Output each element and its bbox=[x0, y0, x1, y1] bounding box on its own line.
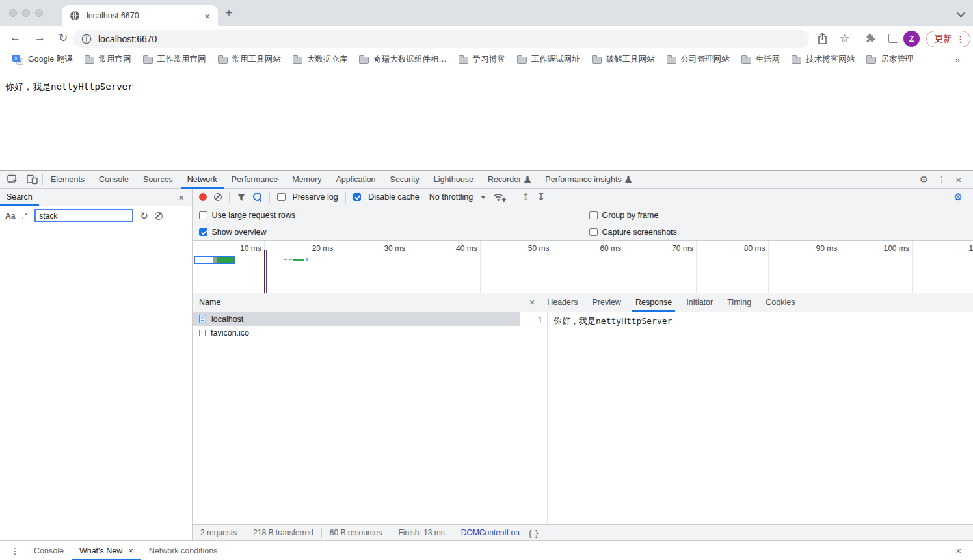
response-content[interactable]: 1 你好，我是nettyHttpServer bbox=[520, 312, 973, 524]
search-input[interactable] bbox=[34, 209, 133, 222]
filter-funnel-icon[interactable] bbox=[237, 193, 246, 202]
search-pane-tab[interactable]: Search bbox=[0, 189, 39, 206]
tab-application[interactable]: Application bbox=[329, 171, 382, 188]
waterfall-bar-localhost[interactable] bbox=[194, 256, 235, 264]
disable-cache-checkbox[interactable] bbox=[353, 193, 362, 202]
new-tab-button[interactable]: + bbox=[225, 5, 233, 21]
address-bar[interactable]: localhost:6670 bbox=[73, 30, 809, 48]
tab-sources[interactable]: Sources bbox=[137, 171, 180, 188]
import-har-icon[interactable]: ↥ bbox=[522, 191, 530, 203]
network-overview-timeline[interactable]: 10 ms 20 ms 30 ms 40 ms 50 ms 60 ms 70 m… bbox=[193, 241, 973, 293]
name-column-header[interactable]: Name bbox=[199, 298, 220, 307]
back-button[interactable]: ← bbox=[10, 31, 21, 44]
throttling-dropdown[interactable]: No throttling bbox=[429, 193, 486, 202]
tab-recorder[interactable]: Recorder bbox=[481, 171, 537, 188]
tab-cookies[interactable]: Cookies bbox=[758, 293, 802, 312]
requests-table-header[interactable]: Name bbox=[193, 293, 520, 312]
request-row-favicon[interactable]: favicon.ico bbox=[193, 326, 520, 340]
tab-elements[interactable]: Elements bbox=[44, 171, 91, 188]
bookmark-folder[interactable]: 技术博客网站 bbox=[786, 54, 860, 65]
drawer-tab-console[interactable]: Console bbox=[26, 541, 72, 560]
show-overview-checkbox[interactable] bbox=[199, 228, 207, 237]
preserve-log-label[interactable]: Preserve log bbox=[293, 193, 338, 202]
devtools-menu-kebab-icon[interactable]: ⋮ bbox=[937, 174, 946, 185]
capture-screenshots-checkbox[interactable] bbox=[589, 228, 598, 237]
group-by-frame-checkbox[interactable] bbox=[589, 211, 598, 220]
tab-console[interactable]: Console bbox=[92, 171, 135, 188]
capture-screenshots-option[interactable]: Capture screenshots bbox=[589, 228, 677, 237]
forward-button[interactable]: → bbox=[34, 31, 46, 44]
tab-network[interactable]: Network bbox=[181, 171, 224, 188]
tab-performance[interactable]: Performance bbox=[225, 171, 285, 188]
reload-button[interactable]: ↻ bbox=[59, 31, 68, 45]
browser-tab[interactable]: localhost:6670 × bbox=[62, 5, 218, 26]
window-maximize-button[interactable] bbox=[35, 9, 43, 17]
request-row-localhost[interactable]: localhost bbox=[193, 312, 520, 326]
record-network-log-button[interactable] bbox=[199, 193, 207, 201]
bookmark-folder[interactable]: 奇瑞大数据组件相… bbox=[353, 54, 453, 65]
match-case-button[interactable]: Aa bbox=[5, 211, 15, 220]
bookmarks-overflow-button[interactable]: » bbox=[955, 55, 966, 65]
share-icon[interactable] bbox=[817, 33, 828, 45]
inspect-element-icon[interactable] bbox=[4, 174, 22, 185]
drawer-close-icon[interactable]: × bbox=[955, 545, 969, 556]
show-overview-option[interactable]: Show overview bbox=[199, 228, 267, 237]
bookmark-folder[interactable]: 生活网 bbox=[736, 54, 786, 65]
use-large-request-rows-checkbox[interactable] bbox=[199, 211, 207, 220]
bookmark-google-translate[interactable]: Google 翻译 bbox=[7, 54, 79, 65]
browser-menu-kebab-icon[interactable]: ⋮ bbox=[956, 34, 965, 44]
window-minimize-button[interactable] bbox=[22, 9, 30, 17]
devtools-close-icon[interactable]: × bbox=[955, 174, 961, 185]
drawer-menu-kebab-icon[interactable]: ⋮ bbox=[4, 546, 26, 556]
profile-avatar[interactable]: Z bbox=[903, 31, 920, 47]
bookmark-folder[interactable]: 常用官网 bbox=[79, 54, 137, 65]
bookmark-folder[interactable]: 居家管理 bbox=[860, 54, 919, 65]
bookmark-folder[interactable]: 工作常用官网 bbox=[137, 54, 212, 65]
preserve-log-checkbox[interactable] bbox=[277, 193, 286, 202]
tab-lighthouse[interactable]: Lighthouse bbox=[427, 171, 480, 188]
url-text[interactable]: localhost:6670 bbox=[98, 34, 157, 44]
drawer-tab-whats-new[interactable]: What's New × bbox=[72, 541, 141, 560]
update-button[interactable]: 更新 ⋮ bbox=[926, 31, 970, 47]
bookmark-star-icon[interactable]: ☆ bbox=[839, 31, 850, 46]
bookmark-folder[interactable]: 破解工具网站 bbox=[586, 54, 661, 65]
tab-close-icon[interactable]: × bbox=[204, 10, 210, 21]
bookmark-folder[interactable]: 常用工具网站 bbox=[212, 54, 287, 65]
group-by-frame-option[interactable]: Group by frame bbox=[589, 211, 658, 220]
waterfall-bar-favicon[interactable] bbox=[284, 258, 308, 261]
disable-cache-label[interactable]: Disable cache bbox=[368, 193, 420, 202]
tab-response[interactable]: Response bbox=[628, 293, 679, 312]
pretty-print-button[interactable]: { } bbox=[529, 528, 539, 538]
search-pane-close-icon[interactable]: × bbox=[178, 192, 192, 203]
clear-network-log-icon[interactable] bbox=[214, 193, 222, 201]
tab-headers[interactable]: Headers bbox=[540, 293, 585, 312]
tab-timing[interactable]: Timing bbox=[720, 293, 758, 312]
tab-security[interactable]: Security bbox=[384, 171, 426, 188]
regex-button[interactable]: .* bbox=[21, 211, 28, 220]
network-settings-gear-icon[interactable]: ⚙ bbox=[954, 191, 966, 203]
extensions-puzzle-icon[interactable] bbox=[865, 33, 876, 44]
device-toolbar-icon[interactable] bbox=[23, 174, 41, 185]
bookmark-folder[interactable]: 学习博客 bbox=[453, 54, 511, 65]
search-clear-icon[interactable] bbox=[155, 212, 163, 220]
tab-memory[interactable]: Memory bbox=[286, 171, 328, 188]
network-search-icon[interactable] bbox=[253, 193, 262, 202]
window-close-button[interactable] bbox=[9, 9, 17, 17]
export-har-icon[interactable]: ↧ bbox=[537, 191, 546, 203]
site-info-icon[interactable] bbox=[81, 34, 92, 44]
tab-initiator[interactable]: Initiator bbox=[679, 293, 720, 312]
details-close-icon[interactable]: × bbox=[524, 297, 540, 308]
tab-search-chevron-icon[interactable] bbox=[957, 9, 965, 18]
response-body-text[interactable]: 你好，我是nettyHttpServer bbox=[548, 312, 678, 524]
bookmark-folder[interactable]: 大数据仓库 bbox=[287, 54, 354, 65]
settings-gear-icon[interactable]: ⚙ bbox=[920, 174, 928, 185]
side-panel-icon[interactable] bbox=[888, 34, 898, 43]
drawer-tab-close-icon[interactable]: × bbox=[128, 546, 133, 555]
network-conditions-icon[interactable] bbox=[493, 193, 507, 202]
search-refresh-icon[interactable]: ↻ bbox=[140, 210, 148, 222]
tab-preview[interactable]: Preview bbox=[585, 293, 628, 312]
bookmark-folder[interactable]: 公司管理网站 bbox=[661, 54, 736, 65]
bookmark-folder[interactable]: 工作调试网址 bbox=[511, 54, 586, 65]
use-large-request-rows-option[interactable]: Use large request rows bbox=[199, 211, 295, 220]
drawer-tab-network-conditions[interactable]: Network conditions bbox=[141, 541, 226, 560]
